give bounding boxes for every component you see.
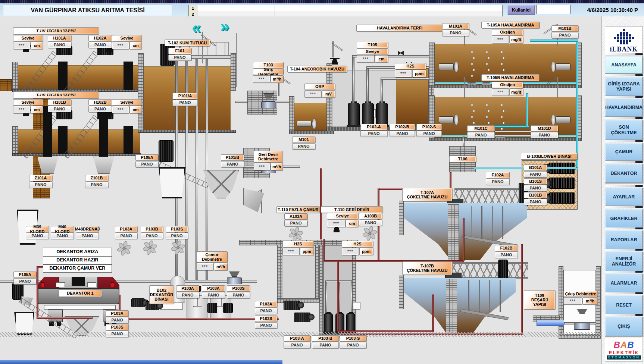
tag-m40-klord[interactable]: M40 KLORD [51, 226, 74, 232]
pano-button-m101d[interactable]: PANO [531, 132, 558, 138]
sidebar-item-grafi-kler[interactable]: GRAFİKLER [605, 209, 643, 228]
sidebar-item-ayarlar[interactable]: AYARLAR [605, 188, 643, 206]
tag-p103a[interactable]: P103A [255, 301, 277, 307]
tag-b101a[interactable]: B101A [524, 164, 547, 171]
tag-p103s[interactable]: P103S [166, 226, 188, 232]
pano-button-p105a[interactable]: PANO [13, 278, 37, 285]
pano-button-p102-a[interactable]: PANO [360, 131, 387, 137]
sidebar-item-enerji-anali-z-r[interactable]: ENERJİ ANALİZÖR [605, 251, 643, 272]
sidebar-item--amur[interactable]: ÇAMUR [605, 143, 643, 161]
tag-p102-s[interactable]: P102-S [416, 124, 442, 130]
sidebar-item-dekant-r[interactable]: DEKANTÖR [605, 164, 643, 183]
chevron-left-icon[interactable]: « [192, 19, 207, 37]
pano-button-p103s[interactable]: PANO [227, 292, 250, 298]
sidebar-item-anasayfa[interactable]: ANASAYFA [605, 56, 643, 74]
pano-button-m101[interactable]: PANO [292, 143, 315, 150]
pano-button-z101a[interactable]: PANO [29, 182, 52, 188]
tag-h101a[interactable]: H101A [48, 35, 71, 41]
pano-button-p103a[interactable]: PANO [115, 233, 137, 239]
pano-button-p103a[interactable]: PANO [106, 317, 129, 323]
pano-button-p101-a[interactable]: PANO [172, 100, 198, 106]
tag-t105[interactable]: T105 [357, 42, 388, 48]
tag-m48drenaj[interactable]: M48DRENAJ [76, 226, 99, 232]
tag-t106[interactable]: T106 [449, 156, 476, 162]
chevron-right-icon[interactable]: » [220, 18, 236, 35]
pano-button-p103a[interactable]: PANO [255, 308, 277, 314]
sidebar-item-alarmlar[interactable]: ALARMLAR [605, 273, 643, 293]
user-login-button[interactable]: Kullanici [507, 5, 535, 15]
sidebar-item-havalandirma[interactable]: HAVALANDIRMA [605, 98, 643, 117]
tag-p103a[interactable]: P103A [115, 226, 137, 232]
pano-button-h101a[interactable]: PANO [48, 42, 71, 48]
tag-p103a[interactable]: P103A [176, 285, 199, 292]
tag-p101-b[interactable]: P101/B [221, 154, 244, 161]
pano-button-p103s[interactable]: PANO [166, 233, 188, 239]
pano-button-z101b[interactable]: PANO [85, 182, 108, 188]
tag-h102b[interactable]: H102B [88, 99, 112, 106]
pano-button-p101-b[interactable]: PANO [221, 161, 244, 167]
tag-z101b[interactable]: Z101B [85, 175, 108, 181]
alarm-row[interactable]: 1 [189, 5, 502, 11]
pano-button-h101b[interactable]: PANO [48, 106, 71, 112]
tag-p103a[interactable]: P103A [202, 285, 225, 292]
tag-p103a[interactable]: P103A [106, 310, 129, 317]
pano-button-f101[interactable]: PANO [168, 54, 191, 61]
tag-f102a[interactable]: F102A [486, 172, 510, 178]
tag-p103-b[interactable]: P103-B [312, 335, 339, 342]
pano-button-m48drenaj[interactable]: PANO [76, 233, 99, 239]
sidebar-item-reset[interactable]: RESET [605, 295, 643, 315]
pano-button-p103b[interactable]: PANO [141, 233, 163, 239]
pano-button-p103-s[interactable]: PANO [340, 342, 366, 348]
pano-button-p103s[interactable]: PANO [106, 331, 129, 337]
pano-button-m39-klord[interactable]: PANO [26, 233, 49, 239]
tag-h102a[interactable]: H102A [88, 35, 112, 41]
pano-button-p103-b[interactable]: PANO [312, 342, 339, 348]
tag-f101[interactable]: F101 [168, 48, 191, 54]
pano-button-m101b[interactable]: PANO [551, 32, 578, 38]
sidebar-item-son-keltme[interactable]: SON ÇÖKELTME [605, 120, 643, 140]
pano-button-b101b[interactable]: PANO [524, 199, 547, 205]
pano-button-a103a[interactable]: PANO [284, 220, 307, 226]
pano-button-b101a[interactable]: PANO [524, 171, 547, 178]
pano-button-p103a[interactable]: PANO [202, 292, 225, 298]
pano-button-f102b[interactable]: PANO [495, 252, 518, 258]
pano-button-m40-klord[interactable]: PANO [51, 233, 74, 239]
tag-p105a[interactable]: P105A [13, 272, 37, 278]
pano-button-a103b[interactable]: PANO [359, 220, 382, 226]
pano-button-m101a[interactable]: PANO [442, 30, 469, 36]
pano-button-p105a[interactable]: PANO [135, 161, 159, 167]
tag-a103b[interactable]: A103B [359, 213, 382, 219]
tag-p103-s[interactable]: P103-S [340, 335, 366, 342]
pano-button-p103s[interactable]: PANO [255, 322, 277, 329]
pano-button-h102a[interactable]: PANO [88, 42, 112, 48]
pano-button-p102-s[interactable]: PANO [416, 131, 442, 137]
tag-p103s[interactable]: P103S [255, 316, 277, 322]
tag-m101a[interactable]: M101A [442, 23, 469, 29]
tag-p102-b[interactable]: P102-B [390, 124, 415, 130]
tag-m39-klord[interactable]: M39 KLORD [26, 226, 49, 232]
tag-p103s[interactable]: P103S [227, 285, 250, 292]
pano-button-h102b[interactable]: PANO [88, 106, 112, 112]
tag-p103-a[interactable]: P103-A [284, 335, 310, 342]
sidebar-item-gi-ri-izgara-yapisi[interactable]: GİRİŞ IZGARA YAPISI [605, 77, 643, 96]
tag-h101b[interactable]: H101B [48, 99, 71, 106]
tag-z101a[interactable]: Z101A [29, 175, 52, 181]
tag-p102-a[interactable]: P102-A [360, 124, 387, 130]
tag-m101[interactable]: M101 [292, 136, 315, 143]
tag-m101d[interactable]: M101D [531, 125, 558, 132]
pano-button-p103-a[interactable]: PANO [284, 342, 310, 348]
pano-button-m101c[interactable]: PANO [467, 132, 495, 138]
pano-button-p102-b[interactable]: PANO [390, 131, 415, 137]
user-name-input[interactable] [536, 5, 570, 14]
sidebar-item--iki-[interactable]: ÇIKIŞ [605, 317, 643, 336]
tag-a103a[interactable]: A103A [284, 213, 307, 220]
tag-b101s[interactable]: B101S [524, 178, 547, 185]
tag-b101b[interactable]: B101B [524, 192, 547, 198]
tag-p103b[interactable]: P103B [141, 226, 163, 232]
tag-f102b[interactable]: F102B [495, 245, 518, 251]
pano-button-p103a[interactable]: PANO [176, 292, 199, 298]
pano-button-b101s[interactable]: PANO [524, 185, 547, 191]
tag-m101b[interactable]: M101B [551, 25, 578, 32]
sidebar-item-raporlar[interactable]: RAPORLAR [605, 230, 643, 250]
alarm-list[interactable]: 12 [188, 5, 503, 18]
